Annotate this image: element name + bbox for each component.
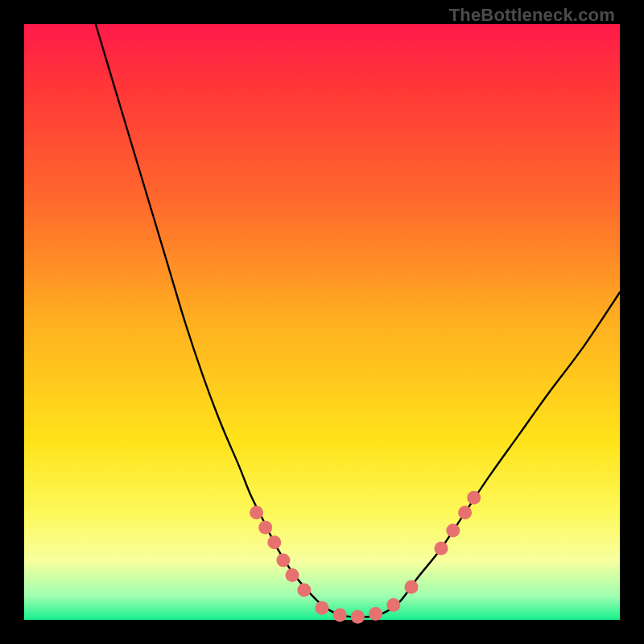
- marker-dot: [297, 584, 311, 597]
- marker-dot: [435, 542, 448, 555]
- marker-dot: [250, 506, 263, 519]
- marker-dot: [386, 598, 400, 612]
- chart-frame: TheBottleneck.com: [0, 0, 644, 644]
- marker-dot: [405, 580, 419, 594]
- marker-dot: [369, 607, 382, 621]
- watermark-text: TheBottleneck.com: [449, 5, 615, 26]
- marker-dot: [276, 554, 290, 568]
- bottleneck-curve: [96, 24, 620, 617]
- marker-dot: [467, 491, 481, 505]
- marker-dot: [333, 609, 347, 622]
- marker-dot: [446, 524, 460, 538]
- plot-area: [24, 24, 620, 620]
- marker-dots: [250, 491, 481, 624]
- marker-dot: [286, 568, 299, 582]
- marker-dot: [316, 601, 329, 615]
- curve-layer: [24, 24, 620, 620]
- marker-dot: [267, 535, 281, 549]
- marker-dot: [258, 521, 272, 535]
- marker-dot: [458, 506, 472, 519]
- marker-dot: [351, 610, 365, 624]
